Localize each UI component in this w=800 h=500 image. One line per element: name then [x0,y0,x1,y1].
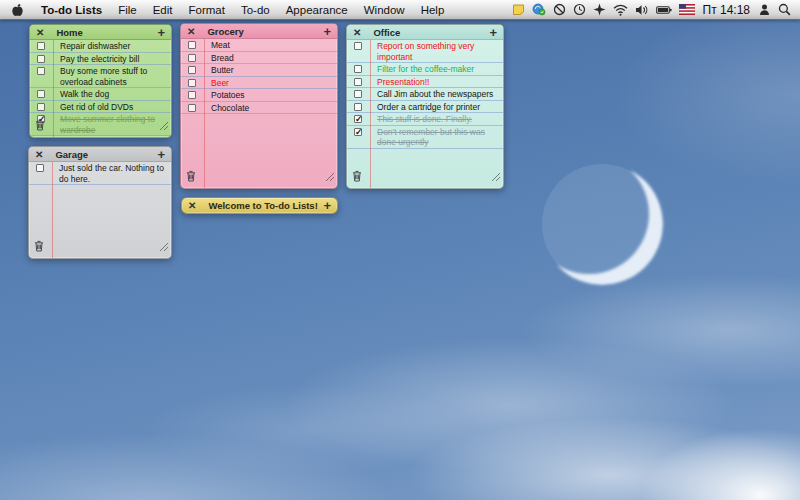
todo-item: Just sold the car. Nothing to do here. [29,162,171,185]
add-item-icon[interactable]: + [157,148,165,161]
note-title: Garage [55,149,88,160]
todo-item: Walk the dog [30,88,171,101]
todo-checkbox[interactable] [354,103,362,111]
todo-checkbox[interactable] [37,90,45,98]
note-window-welcome: ✕ Welcome to To-do Lists! + [181,197,338,214]
todo-checkbox[interactable] [354,42,362,50]
input-language-flag-icon[interactable] [679,4,695,15]
todo-text[interactable]: Don't remember but this was done urgentl… [377,127,498,148]
margin-line [370,40,371,188]
todo-item: Pay the electricity bill [30,53,171,66]
menu-bar-status-area: Пт 14:18 [512,3,800,17]
todo-text[interactable]: Repair dishwasher [60,41,166,52]
note-titlebar[interactable]: ✕ Welcome to To-do Lists! + [182,198,337,213]
note-title: Office [373,27,400,38]
note-window-office: ✕ Office + Report on something very impo… [346,24,504,189]
note-title: Home [56,27,82,38]
todo-text[interactable]: Order a cartridge for printer [377,102,498,113]
user-icon[interactable] [758,3,771,16]
todo-checkbox[interactable] [354,90,362,98]
todo-text[interactable]: Presentation!! [377,77,498,88]
todo-checkbox[interactable] [188,41,196,49]
todo-text[interactable]: Chocolate [211,103,332,114]
todo-text[interactable]: Filter for the coffee-maker [377,64,498,75]
todo-text[interactable]: Get rid of old DVDs [60,102,166,113]
todo-checkbox[interactable] [36,164,44,172]
trash-icon[interactable] [35,117,45,135]
volume-icon[interactable] [635,4,649,16]
menu-item-app[interactable]: To-do Lists [33,4,110,16]
todo-text[interactable]: Buy some more stuff to overload cabinets [60,66,166,87]
todo-checkbox[interactable] [188,54,196,62]
todo-checkbox[interactable] [188,66,196,74]
menu-item-file[interactable]: File [110,4,145,16]
trash-icon[interactable] [352,168,362,186]
menu-bar-clock[interactable]: Пт 14:18 [702,3,751,17]
todo-item: Buy some more stuff to overload cabinets [30,65,171,88]
todo-checkbox-checked[interactable]: ✓ [354,128,362,136]
menu-item-help[interactable]: Help [413,4,453,16]
todo-checkbox[interactable] [37,103,45,111]
battery-icon[interactable] [656,4,672,16]
todo-text[interactable]: Bread [211,53,332,64]
margin-line [204,39,205,188]
todo-checkbox[interactable] [37,55,45,63]
location-icon[interactable] [593,3,606,16]
trash-icon[interactable] [186,168,196,186]
note-titlebar[interactable]: ✕ Grocery + [181,24,337,39]
note-titlebar[interactable]: ✕ Office + [347,25,503,40]
todo-item: ✓Move summer clothing to wardrobe [30,113,171,136]
resize-handle[interactable] [159,117,169,135]
close-icon[interactable]: ✕ [187,24,195,39]
close-icon[interactable]: ✕ [36,25,44,40]
sync-check-icon[interactable] [532,3,546,16]
resize-handle[interactable] [491,168,501,186]
todo-checkbox[interactable] [188,79,196,87]
todo-text[interactable]: Pay the electricity bill [60,54,166,65]
clock-icon[interactable] [573,3,586,16]
todo-text[interactable]: Butter [211,65,332,76]
todo-checkbox[interactable] [354,78,362,86]
todo-text[interactable]: Potatoes [211,90,332,101]
apple-menu[interactable] [0,3,33,17]
add-item-icon[interactable]: + [157,26,165,39]
resize-handle[interactable] [159,238,169,256]
add-item-icon[interactable]: + [489,26,497,39]
prohibition-icon[interactable] [553,3,566,16]
wifi-icon[interactable] [613,4,628,16]
menu-item-format[interactable]: Format [180,4,232,16]
close-icon[interactable]: ✕ [35,147,43,162]
todo-text[interactable]: Just sold the car. Nothing to do here. [59,163,166,184]
close-icon[interactable]: ✕ [188,198,196,213]
margin-line [53,40,54,137]
menu-item-window[interactable]: Window [356,4,413,16]
todo-text[interactable]: Beer [211,78,332,89]
menu-item-appearance[interactable]: Appearance [278,4,356,16]
todo-text[interactable]: This stuff is done. Finally. [377,114,498,125]
menu-item-edit[interactable]: Edit [145,4,181,16]
close-icon[interactable]: ✕ [353,25,361,40]
sticky-note-icon[interactable] [512,3,525,16]
resize-handle[interactable] [325,168,335,186]
crescent-moon [536,156,668,296]
todo-checkbox[interactable] [37,67,45,75]
todo-text[interactable]: Meat [211,40,332,51]
trash-icon[interactable] [34,238,44,256]
note-window-grocery: ✕ Grocery + MeatBreadButterBeerPotatoesC… [180,23,338,189]
todo-checkbox[interactable] [37,42,45,50]
note-titlebar[interactable]: ✕ Garage + [29,147,171,162]
todo-checkbox-checked[interactable]: ✓ [354,115,362,123]
apple-icon [11,3,24,17]
todo-checkbox[interactable] [354,65,362,73]
add-item-icon[interactable]: + [323,25,331,38]
note-titlebar[interactable]: ✕ Home + [30,25,171,40]
add-item-icon[interactable]: + [323,199,331,212]
todo-text[interactable]: Report on something very important [377,41,498,62]
todo-checkbox[interactable] [188,104,196,112]
todo-checkbox[interactable] [188,91,196,99]
menu-item-todo[interactable]: To-do [233,4,278,16]
spotlight-search-icon[interactable] [778,3,791,16]
todo-text[interactable]: Call Jim about the newspapers [377,89,498,100]
todo-text[interactable]: Move summer clothing to wardrobe [60,114,166,135]
todo-text[interactable]: Walk the dog [60,89,166,100]
